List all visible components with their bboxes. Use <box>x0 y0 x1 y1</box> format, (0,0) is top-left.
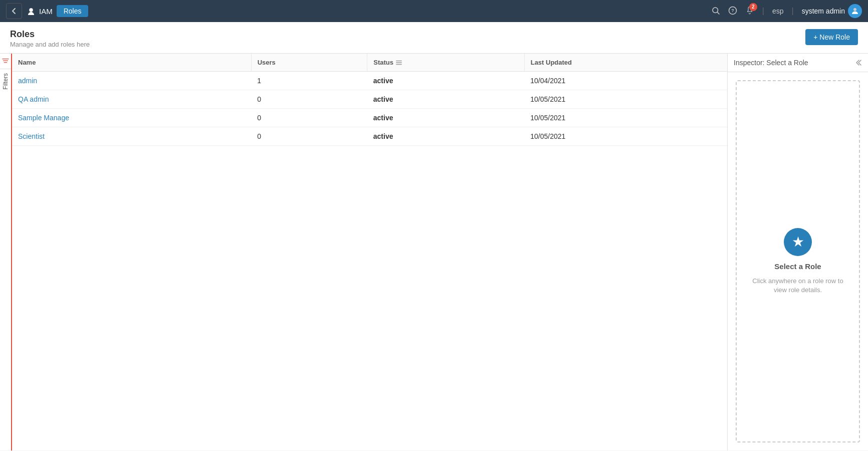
inspector-panel: Inspector: Select a Role ★ Select a Role… <box>728 54 868 450</box>
main-layout: Filters Name Users <box>0 54 868 450</box>
filter-toggle-button[interactable] <box>0 54 11 69</box>
language-selector[interactable]: esp <box>772 7 784 15</box>
inspector-title: Inspector: Select a Role <box>734 59 808 67</box>
table-area: Name Users Status <box>12 54 728 450</box>
col-last-updated: Last Updated <box>524 54 727 72</box>
role-name: admin <box>12 72 251 90</box>
column-options-icon[interactable] <box>395 59 402 66</box>
brand-name: IAM <box>39 7 53 16</box>
inspector-body: ★ Select a Role Click anywhere on a role… <box>728 72 868 450</box>
brand-logo: IAM <box>26 6 53 16</box>
topnav: IAM Roles ? 2 | esp | system admin <box>0 0 868 22</box>
nav-divider2: | <box>791 7 793 16</box>
role-name: Scientist <box>12 127 251 146</box>
notification-badge: 2 <box>749 3 757 11</box>
table-header: Name Users Status <box>12 54 727 72</box>
notifications-icon[interactable]: 2 <box>745 6 754 17</box>
user-menu[interactable]: system admin <box>802 4 862 18</box>
inspector-header: Inspector: Select a Role <box>728 54 868 72</box>
star-icon: ★ <box>784 228 812 256</box>
svg-text:?: ? <box>731 8 734 13</box>
role-users: 1 <box>251 72 367 90</box>
filters-label[interactable]: Filters <box>2 73 9 90</box>
search-icon[interactable] <box>711 6 720 17</box>
col-status: Status <box>367 54 524 72</box>
svg-line-3 <box>717 12 719 14</box>
role-last-updated: 10/05/2021 <box>524 127 727 146</box>
roles-tab[interactable]: Roles <box>57 5 89 17</box>
inspector-collapse-button[interactable] <box>854 59 862 67</box>
role-name: QA admin <box>12 90 251 109</box>
table-row[interactable]: QA admin 0 active 10/05/2021 <box>12 90 727 109</box>
role-last-updated: 10/04/2021 <box>524 72 727 90</box>
page-title: Roles <box>10 29 90 40</box>
role-last-updated: 10/05/2021 <box>524 90 727 109</box>
role-last-updated: 10/05/2021 <box>524 109 727 127</box>
role-status: active <box>367 72 524 90</box>
roles-table: Name Users Status <box>12 54 727 146</box>
svg-point-6 <box>853 8 856 11</box>
page-title-section: Roles Manage and add roles here <box>10 29 90 48</box>
role-users: 0 <box>251 127 367 146</box>
help-icon[interactable]: ? <box>728 6 737 17</box>
role-status: active <box>367 109 524 127</box>
new-role-button[interactable]: + New Role <box>805 29 858 45</box>
inspector-empty-state: ★ Select a Role Click anywhere on a role… <box>736 80 860 442</box>
col-name: Name <box>12 54 251 72</box>
nav-divider: | <box>762 7 764 16</box>
role-users: 0 <box>251 109 367 127</box>
user-avatar <box>848 4 862 18</box>
inspector-empty-title: Select a Role <box>774 262 821 271</box>
inspector-empty-desc: Click anywhere on a role row to view rol… <box>749 277 847 295</box>
table-row[interactable]: admin 1 active 10/04/2021 <box>12 72 727 90</box>
role-name: Sample Manage <box>12 109 251 127</box>
table-body: admin 1 active 10/04/2021 QA admin 0 act… <box>12 72 727 146</box>
table-row[interactable]: Scientist 0 active 10/05/2021 <box>12 127 727 146</box>
topnav-actions: ? 2 | esp | system admin <box>711 4 862 18</box>
svg-point-2 <box>713 8 718 13</box>
user-name: system admin <box>802 7 845 15</box>
role-status: active <box>367 127 524 146</box>
col-users: Users <box>251 54 367 72</box>
role-status: active <box>367 90 524 109</box>
role-users: 0 <box>251 90 367 109</box>
page-header: Roles Manage and add roles here + New Ro… <box>0 22 868 54</box>
table-row[interactable]: Sample Manage 0 active 10/05/2021 <box>12 109 727 127</box>
back-button[interactable] <box>6 3 22 19</box>
page-subtitle: Manage and add roles here <box>10 41 90 48</box>
filters-sidebar: Filters <box>0 54 12 450</box>
